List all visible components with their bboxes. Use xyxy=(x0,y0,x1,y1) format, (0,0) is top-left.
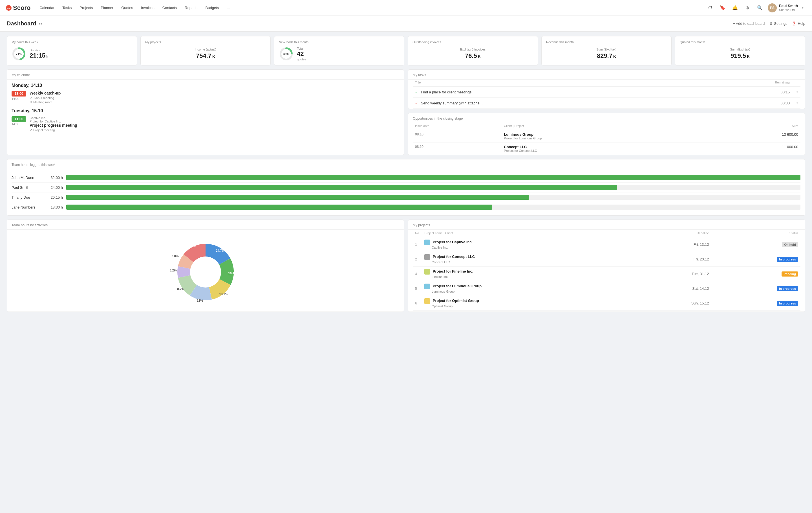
nav-more[interactable]: ··· xyxy=(223,3,233,12)
circle-check-icon-2[interactable]: ○ xyxy=(795,101,798,105)
nav-planner[interactable]: Planner xyxy=(97,3,117,12)
proj-status-3: Pending xyxy=(712,267,801,281)
help-icon: ❓ xyxy=(792,22,796,26)
proj-name-5: Project for Optimist Group Optimist Grou… xyxy=(422,296,635,311)
tuesday-label: Tuesday, 15.10 xyxy=(11,108,399,113)
leads-donut: 48% xyxy=(279,47,293,61)
proj-num-5: 6 xyxy=(413,296,422,311)
projects-value: 754.7 xyxy=(196,52,211,59)
opp-date-1: 08.10 xyxy=(413,130,501,142)
proj-num-3: 4 xyxy=(413,267,422,281)
task-check-icon-1: ✓ xyxy=(415,90,418,94)
projects-unit: K xyxy=(212,54,215,59)
proj-num-2: 2 xyxy=(413,252,422,267)
bookmark-icon[interactable]: 🔖 xyxy=(718,3,727,12)
task-action-2[interactable]: ○ xyxy=(792,98,801,109)
event-info-progress: Captive Inc. Project for Captive Inc. Pr… xyxy=(30,116,399,132)
team-hours-val-1: 32:00 h xyxy=(46,176,63,180)
stat-card-hours: My hours this week 71% Duration 21:15 h xyxy=(7,36,137,65)
nav-reports[interactable]: Reports xyxy=(181,3,201,12)
proj-col-deadline: Deadline xyxy=(635,230,712,237)
team-bar-wrap-4 xyxy=(66,205,801,210)
table-row[interactable]: 6 Project for Optimist Group Optimist Gr… xyxy=(413,296,801,311)
projects-panel: My projects No. Project name | Client De… xyxy=(408,219,805,312)
notifications-icon[interactable]: 🔔 xyxy=(730,3,740,12)
opp-client-1: Luminous Group Project for Luminous Grou… xyxy=(501,130,702,142)
leads-pct: 48% xyxy=(283,52,289,56)
proj-name-2: Project for Concept LLC Concept LLC xyxy=(422,252,635,267)
svg-text:13.7%: 13.7% xyxy=(219,292,228,296)
table-row[interactable]: 4 Project for Fineline Inc. Fineline Inc… xyxy=(413,267,801,281)
user-menu[interactable]: PS Paul Smith Sunrise Ltd ▼ xyxy=(765,2,806,14)
projects-panel-title: My projects xyxy=(408,220,805,230)
calendar-event-catchup[interactable]: 13:00 14:00 Weekly catch-up ↗1-on-1 meet… xyxy=(11,91,399,104)
hours-donut: 71% xyxy=(11,47,26,61)
proj-status-2: In progress xyxy=(712,252,801,267)
calendar-event-progress[interactable]: 11:00 14:00 Captive Inc. Project for Cap… xyxy=(11,116,399,132)
circle-check-icon[interactable]: ○ xyxy=(795,89,798,94)
leads-sub: Total xyxy=(297,47,306,50)
stat-card-quoted-title: Quoted this month xyxy=(680,40,801,44)
task-remaining-2: 00:30 xyxy=(712,98,792,109)
table-row[interactable]: 08.10 Concept LLC Project for Concept LL… xyxy=(413,142,801,155)
table-row[interactable]: ✓ Send weekly summary (with attache... 0… xyxy=(413,98,801,109)
tasks-col-remaining: Remaining xyxy=(712,80,792,87)
project-icon-4 xyxy=(424,284,430,289)
stat-card-invoices: Outstanding invoices Excl tax 3 invoices… xyxy=(408,36,538,65)
nav-tasks[interactable]: Tasks xyxy=(59,3,75,12)
logo[interactable]: Scoro xyxy=(6,4,30,11)
event-title-progress: Project progress meeting xyxy=(30,123,399,128)
stat-cards-row: My hours this week 71% Duration 21:15 h xyxy=(7,36,805,65)
leads-unit2: quotes xyxy=(297,58,306,61)
team-hours-title: Team hours logged this week xyxy=(7,159,805,169)
main-content: My hours this week 71% Duration 21:15 h xyxy=(0,32,812,316)
table-row[interactable]: 2 Project for Concept LLC Concept LLC Fr… xyxy=(413,252,801,267)
table-row[interactable]: 08.10 Luminous Group Project for Luminou… xyxy=(413,130,801,142)
task-action-1[interactable]: ○ xyxy=(792,87,801,98)
opp-sum-1: 13 600.00 xyxy=(702,130,801,142)
nav-budgets[interactable]: Budgets xyxy=(202,3,223,12)
team-hours-val-2: 24:00 h xyxy=(46,185,63,190)
proj-col-status: Status xyxy=(712,230,801,237)
timer-icon[interactable]: ⏱ xyxy=(706,3,715,12)
task-check-icon-2: ✓ xyxy=(415,101,418,105)
bottom-grid: Team hours by activities 24.7% 16.4% 13.… xyxy=(7,219,805,312)
add-icon[interactable]: ⊕ xyxy=(743,3,752,12)
stat-card-leads-title: New leads this month xyxy=(279,40,400,44)
team-row-3: Tiffany Doe 20:15 h xyxy=(11,192,801,202)
opps-col-date: Issue date xyxy=(413,123,501,130)
event-time-start: 13:00 xyxy=(11,91,26,97)
add-to-dashboard-button[interactable]: + Add to dashboard xyxy=(733,22,765,26)
nav-invoices[interactable]: Invoices xyxy=(138,3,158,12)
nav-quotes[interactable]: Quotes xyxy=(118,3,137,12)
dashboard-actions: + Add to dashboard ⚙ Settings ❓ Help xyxy=(733,22,805,26)
table-row[interactable]: ✓ Find a place for client meetings 00:15… xyxy=(413,87,801,98)
team-name-1: John McDunn xyxy=(11,176,42,180)
tasks-col-title: Title xyxy=(413,80,712,87)
svg-text:16.4%: 16.4% xyxy=(228,271,237,275)
table-row[interactable]: 5 Project for Luminous Group Luminous Gr… xyxy=(413,281,801,296)
help-button[interactable]: ❓ Help xyxy=(792,22,805,26)
middle-grid: My calendar Monday, 14.10 13:00 14:00 We… xyxy=(7,70,805,155)
proj-col-name: Project name | Client xyxy=(422,230,635,237)
settings-button[interactable]: ⚙ Settings xyxy=(769,22,787,26)
project-icon-1 xyxy=(424,240,430,245)
search-icon[interactable]: 🔍 xyxy=(755,3,764,12)
page-title: Dashboard ⚏ xyxy=(7,20,42,27)
nav-calendar[interactable]: Calendar xyxy=(36,3,58,12)
svg-text:24.7%: 24.7% xyxy=(216,249,225,252)
tasks-panel: My tasks Title Remaining xyxy=(408,70,805,109)
opps-panel-title: Opportunities in the closing stage xyxy=(408,113,805,123)
pie-chart: 24.7% 16.4% 13.7% 11% 8.2% xyxy=(7,230,404,312)
nav-projects[interactable]: Projects xyxy=(76,3,96,12)
svg-text:8.2%: 8.2% xyxy=(170,269,176,272)
table-row[interactable]: 1 Project for Captive Inc. Captive Inc. … xyxy=(413,237,801,252)
nav-contacts[interactable]: Contacts xyxy=(159,3,180,12)
team-hours-val-4: 18:30 h xyxy=(46,205,63,209)
team-bar-1 xyxy=(66,175,801,180)
team-row-4: Jane Numbers 18:30 h xyxy=(11,202,801,212)
team-bar-wrap-1 xyxy=(66,175,801,180)
proj-deadline-4: Sat, 14.12 xyxy=(635,281,712,296)
filter-icon[interactable]: ⚏ xyxy=(38,21,42,26)
proj-name-3: Project for Fineline Inc. Fineline Inc. xyxy=(422,267,635,281)
